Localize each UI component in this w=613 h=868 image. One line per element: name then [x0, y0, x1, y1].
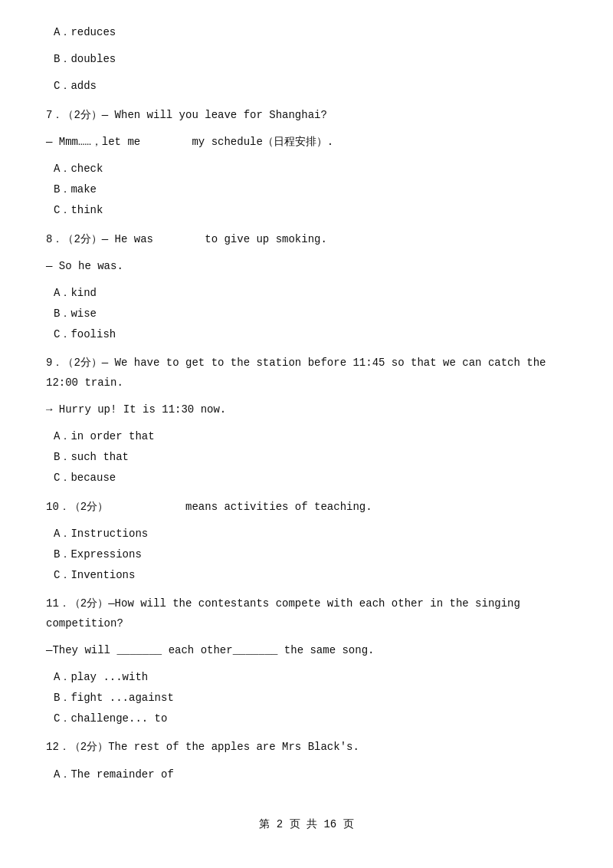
question-11-sub: —They will _______ each other_______ the…	[46, 641, 567, 660]
option-c-adds-text: C．adds	[54, 80, 97, 92]
q9-option-c-text: C．because	[54, 472, 116, 484]
content-area: A．reduces B．doubles C．adds 7．（2分）— When …	[46, 23, 567, 784]
question-8-sub: — So he was.	[46, 257, 567, 276]
question-8-sub-text: — So he was.	[46, 260, 123, 272]
q7-option-c-text: C．think	[54, 204, 103, 216]
page-footer-text: 第 2 页 共 16 页	[259, 818, 353, 830]
option-b-doubles: B．doubles	[46, 50, 567, 69]
q11-option-a: A．play ...with	[46, 668, 567, 687]
question-10: 10．（2分） means activities of teaching.	[46, 498, 567, 517]
q8-option-a-text: A．kind	[54, 287, 97, 299]
q11-option-b-text: B．fight ...against	[54, 692, 174, 704]
q7-option-a-text: A．check	[54, 163, 103, 175]
q12-option-a: A．The remainder of	[46, 765, 567, 784]
question-11: 11．（2分）—How will the contestants compete…	[46, 594, 567, 633]
q10-option-a-text: A．Instructions	[54, 528, 148, 540]
q11-option-c: C．challenge... to	[46, 709, 567, 728]
question-12-text: 12．（2分）The rest of the apples are Mrs Bl…	[46, 741, 359, 753]
question-7-text: 7．（2分）— When will you leave for Shanghai…	[46, 109, 327, 121]
question-8-text: 8．（2分）— He was to give up smoking.	[46, 233, 327, 245]
q10-option-b-text: B．Expressions	[54, 548, 142, 561]
q7-option-b: B．make	[46, 180, 567, 199]
q7-option-a: A．check	[46, 159, 567, 179]
question-9-sub: → Hurry up! It is 11:30 now.	[46, 400, 567, 419]
q8-option-c-text: C．foolish	[54, 328, 116, 340]
question-7: 7．（2分）— When will you leave for Shanghai…	[46, 106, 567, 125]
q7-option-c: C．think	[46, 201, 567, 220]
q8-option-b-text: B．wise	[54, 307, 97, 320]
q10-option-c: C．Inventions	[46, 566, 567, 585]
question-10-text: 10．（2分） means activities of teaching.	[46, 501, 372, 513]
q9-option-a-text: A．in order that	[54, 430, 155, 442]
q10-option-a: A．Instructions	[46, 524, 567, 544]
option-b-doubles-text: B．doubles	[54, 53, 116, 65]
question-11-text: 11．（2分）—How will the contestants compete…	[46, 597, 520, 629]
q7-option-b-text: B．make	[54, 183, 97, 196]
q12-option-a-text: A．The remainder of	[54, 768, 174, 781]
page-footer: 第 2 页 共 16 页	[46, 815, 567, 834]
q9-option-c: C．because	[46, 469, 567, 488]
question-12: 12．（2分）The rest of the apples are Mrs Bl…	[46, 738, 567, 757]
q8-option-c: C．foolish	[46, 325, 567, 344]
q9-option-a: A．in order that	[46, 427, 567, 446]
question-7-sub: — Mmm……，let me my schedule（日程安排）.	[46, 133, 567, 152]
question-11-sub-text: —They will _______ each other_______ the…	[46, 644, 374, 656]
question-7-sub-text: — Mmm……，let me my schedule（日程安排）.	[46, 136, 333, 148]
q9-option-b-text: B．such that	[54, 451, 129, 463]
q11-option-b: B．fight ...against	[46, 689, 567, 708]
question-8: 8．（2分）— He was to give up smoking.	[46, 230, 567, 249]
q9-option-b: B．such that	[46, 448, 567, 467]
option-c-adds: C．adds	[46, 77, 567, 96]
q8-option-a: A．kind	[46, 284, 567, 303]
question-9-sub-text: → Hurry up! It is 11:30 now.	[46, 403, 226, 416]
q11-option-a-text: A．play ...with	[54, 671, 148, 683]
q10-option-c-text: C．Inventions	[54, 569, 135, 581]
option-a-reduces: A．reduces	[46, 23, 567, 42]
q11-option-c-text: C．challenge... to	[54, 712, 167, 725]
option-a-reduces-text: A．reduces	[54, 26, 116, 38]
q10-option-b: B．Expressions	[46, 545, 567, 564]
question-9-text: 9．（2分）— We have to get to the station be…	[46, 357, 546, 388]
question-9: 9．（2分）— We have to get to the station be…	[46, 353, 567, 392]
q8-option-b: B．wise	[46, 304, 567, 324]
